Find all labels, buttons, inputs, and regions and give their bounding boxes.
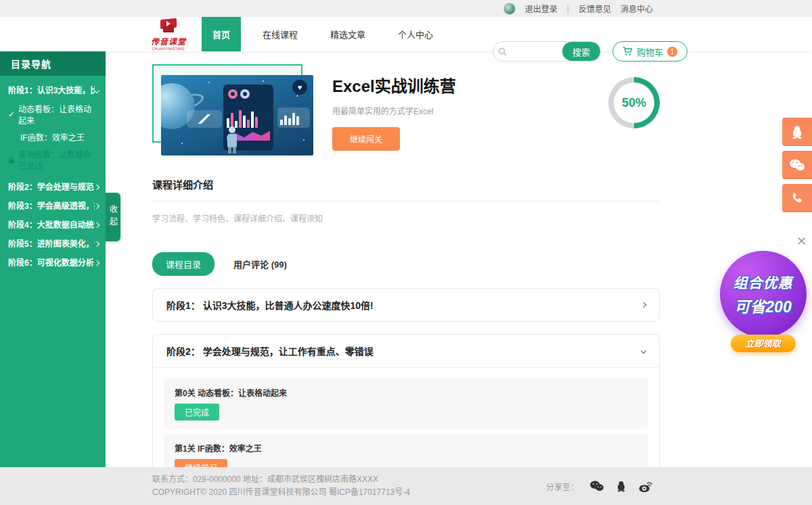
cart-label: 购物车 xyxy=(637,45,663,58)
accordion-stage-1: 阶段1： 认识3大技能，比普通人办公速度快10倍! xyxy=(152,288,660,322)
check-icon: ✓ xyxy=(8,110,15,119)
promo-line-1: 组合优惠 xyxy=(734,272,793,292)
close-icon[interactable]: ✕ xyxy=(796,235,807,247)
sidebar-lesson-dashboard-label: 动态看板：让表格动起来 xyxy=(18,103,99,126)
feedback-link[interactable]: 反馈意见 xyxy=(579,3,611,14)
topbar-divider: | xyxy=(567,4,569,14)
nav-item-home[interactable]: 首页 xyxy=(202,17,241,51)
wechat-contact-button[interactable] xyxy=(782,151,812,179)
continue-course-button[interactable]: 继续闯关 xyxy=(332,127,400,151)
footer-copyright: COPYRIGHT© 2020 四川传音课堂科技有限公司 蜀ICP备170177… xyxy=(152,486,410,499)
sidebar-lesson-if[interactable]: IF函数：效率之王 xyxy=(0,128,106,145)
sidebar-collapse-button[interactable]: 收起 xyxy=(106,193,120,241)
chevron-right-icon xyxy=(94,185,99,190)
nav-item-profile[interactable]: 个人中心 xyxy=(387,17,444,51)
promo-bubble[interactable]: 组合优惠 可省200 xyxy=(720,251,807,337)
topbar: 退出登录 | 反馈意见 消息中心 xyxy=(0,0,812,17)
course-detail-heading: 课程详细介绍 xyxy=(152,177,660,201)
promo-widget: ✕ 组合优惠 可省200 立即领取 xyxy=(714,233,812,352)
logo-title: 传音课堂 xyxy=(148,35,189,47)
sidebar-stage-6-label: 阶段6：可视化数据分析，帮老板... xyxy=(8,258,95,268)
main-content: ♥ Excel实战训练营 用最简单实用的方式学Excel 继续闯关 50% 课程… xyxy=(152,61,660,505)
sidebar-stage-6[interactable]: 阶段6：可视化数据分析，帮老板... xyxy=(0,254,106,272)
course-detail-summary: 学习流程、学习特色、课程详细介绍、课程须知 xyxy=(152,212,660,224)
nav-item-courses[interactable]: 在线课程 xyxy=(252,17,309,51)
lock-icon xyxy=(8,156,15,164)
accordion-stage-1-header[interactable]: 阶段1： 认识3大技能，比普通人办公速度快10倍! xyxy=(153,289,659,321)
user-avatar[interactable] xyxy=(503,3,516,15)
progress-percent-label: 50% xyxy=(608,77,660,128)
search-input[interactable] xyxy=(511,42,562,61)
sidebar-lesson-lookup: 查询函数：让数据自己说话 xyxy=(0,145,106,174)
main-nav: 首页 在线课程 精选文章 个人中心 xyxy=(202,17,455,51)
sidebar-stage-1-label: 阶段1：认识3大技能，比普通人... xyxy=(8,86,95,95)
content-tabs: 课程目录 用户评论 (99) xyxy=(152,252,660,276)
sidebar-lesson-lookup-label: 查询函数：让数据自己说话 xyxy=(18,148,99,171)
progress-ring-wrap: 50% xyxy=(608,77,660,128)
chevron-right-icon xyxy=(94,241,99,247)
search-bar: 搜索 xyxy=(493,41,601,62)
sidebar-stage-5-label: 阶段5：进阶图表美化，让汇报一... xyxy=(8,239,95,249)
footer: 联系方式：028-0000000 地址：成都市武侯区槐树店南路XXXX COPY… xyxy=(0,467,812,505)
accordion-stage-2-header[interactable]: 阶段2： 学会处理与规范，让工作有重点、零错误 xyxy=(153,335,659,367)
logo-subtitle: CHUANYINKETANG xyxy=(150,47,187,50)
sidebar-lesson-dashboard[interactable]: ✓ 动态看板：让表格动起来 xyxy=(0,100,106,128)
messages-link[interactable]: 消息中心 xyxy=(621,3,653,14)
cart-icon xyxy=(623,47,633,56)
chevron-right-icon xyxy=(641,302,646,308)
qq-share-icon[interactable] xyxy=(615,479,627,493)
catalog-sidebar: 目录导航 阶段1：认识3大技能，比普通人... ✓ 动态看板：让表格动起来 IF… xyxy=(0,51,106,467)
sidebar-stage-2[interactable]: 阶段2：学会处理与规范，让工作... xyxy=(0,178,106,197)
wechat-icon xyxy=(789,158,805,172)
share-label: 分享至： xyxy=(546,481,579,492)
chevron-right-icon xyxy=(94,260,99,266)
course-subtitle: 用最简单实用的方式学Excel xyxy=(332,105,456,116)
footer-contact: 联系方式：028-0000000 地址：成都市武侯区槐树店南路XXXX xyxy=(152,473,410,486)
lesson-item: 第0关 动态看板：让表格动起来 已完成 xyxy=(164,379,648,429)
sidebar-title: 目录导航 xyxy=(0,51,106,76)
tab-catalog[interactable]: 课程目录 xyxy=(152,252,215,276)
course-title: Excel实战训练营 xyxy=(332,73,456,97)
chevron-right-icon xyxy=(94,203,99,209)
weibo-share-icon[interactable] xyxy=(638,480,653,493)
course-hero: ♥ Excel实战训练营 用最简单实用的方式学Excel 继续闯关 50% xyxy=(152,61,660,155)
sidebar-stage-3-label: 阶段3：学会高级透视，拥有同时... xyxy=(8,201,95,211)
tab-comments[interactable]: 用户评论 (99) xyxy=(233,258,287,270)
sidebar-stage-4[interactable]: 阶段4：大批数据自动统计分析，... xyxy=(0,216,106,235)
nav-item-articles[interactable]: 精选文章 xyxy=(319,17,376,51)
accordion-stage-1-title: 阶段1： 认识3大技能，比普通人办公速度快10倍! xyxy=(166,298,374,312)
logout-link[interactable]: 退出登录 xyxy=(525,3,558,14)
phone-contact-button[interactable] xyxy=(782,184,812,212)
course-cover-image[interactable]: ♥ xyxy=(161,75,313,155)
sidebar-stage-1[interactable]: 阶段1：认识3大技能，比普通人... xyxy=(0,81,106,100)
qq-icon xyxy=(790,124,805,139)
claim-coupon-button[interactable]: 立即领取 xyxy=(731,335,796,352)
course-info: Excel实战训练营 用最简单实用的方式学Excel 继续闯关 xyxy=(332,61,456,155)
favorite-heart-icon[interactable]: ♥ xyxy=(292,80,307,95)
accordion-stage-2-title: 阶段2： 学会处理与规范，让工作有重点、零错误 xyxy=(166,344,374,358)
search-icon xyxy=(493,42,511,61)
chevron-right-icon xyxy=(94,222,99,228)
navbar: 传音课堂 CHUANYINKETANG 首页 在线课程 精选文章 个人中心 搜索… xyxy=(0,17,812,51)
sidebar-stage-2-label: 阶段2：学会处理与规范，让工作... xyxy=(8,183,95,192)
course-image-box: ♥ xyxy=(152,61,315,155)
sidebar-stage-5[interactable]: 阶段5：进阶图表美化，让汇报一... xyxy=(0,235,106,254)
cart-button[interactable]: 购物车 1 xyxy=(612,41,687,62)
phone-icon xyxy=(790,191,804,205)
lesson-status-badge-done[interactable]: 已完成 xyxy=(175,404,219,420)
page: 退出登录 | 反馈意见 消息中心 传音课堂 CHUANYINKETANG 首页 … xyxy=(0,0,812,505)
search-button[interactable]: 搜索 xyxy=(562,42,600,61)
lesson-title: 第0关 动态看板：让表格动起来 xyxy=(175,387,637,398)
sidebar-stage-4-label: 阶段4：大批数据自动统计分析，... xyxy=(8,220,95,230)
site-logo[interactable]: 传音课堂 CHUANYINKETANG xyxy=(148,19,189,51)
chevron-down-icon xyxy=(94,88,99,93)
lesson-title: 第1关 IF函数：效率之王 xyxy=(175,442,637,454)
wechat-share-icon[interactable] xyxy=(589,480,604,492)
sidebar-stage-3[interactable]: 阶段3：学会高级透视，拥有同时... xyxy=(0,197,106,216)
cart-count-badge: 1 xyxy=(667,47,677,57)
promo-line-2: 可省200 xyxy=(734,294,791,317)
logo-cap-icon xyxy=(158,19,179,34)
float-contact-buttons xyxy=(782,118,812,212)
sidebar-lesson-if-label: IF函数：效率之王 xyxy=(20,131,85,143)
qq-contact-button[interactable] xyxy=(782,118,812,146)
